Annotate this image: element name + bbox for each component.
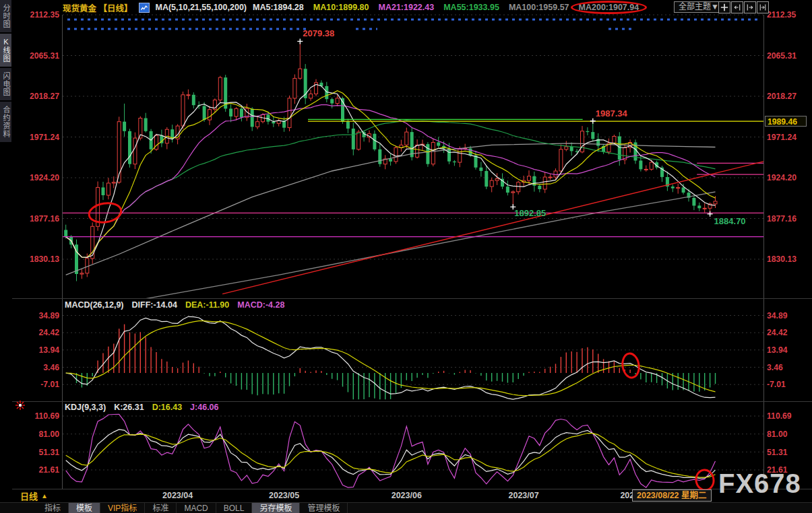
svg-text:110.69: 110.69 <box>34 411 59 421</box>
svg-text:21.61: 21.61 <box>39 465 60 475</box>
svg-text:24.42: 24.42 <box>39 328 60 337</box>
svg-text:3.46: 3.46 <box>43 363 59 372</box>
period-label: 日线 <box>20 489 38 502</box>
tab-指标[interactable]: 指标 <box>37 503 69 513</box>
symbol-title: 现货黄金 【日线】 <box>63 1 133 14</box>
svg-text:1987.34: 1987.34 <box>596 108 628 118</box>
svg-text:34.89: 34.89 <box>39 311 60 320</box>
app-window: 2112.352112.352065.312065.312018.272018.… <box>0 0 812 513</box>
chart-canvas[interactable]: 2112.352112.352065.312065.312018.272018.… <box>0 0 812 513</box>
kdj-j-value: J:46.06 <box>190 403 218 412</box>
chart-header: 现货黄金 【日线】 MA(5,10,21,55,100,200) MA5:189… <box>63 0 639 15</box>
kdj-header: KDJ(9,3,3) K:26.31 D:16.43 J:46.06 <box>65 403 219 412</box>
sidebar-item-2[interactable]: 闪电图 <box>0 68 11 100</box>
svg-text:2023/05: 2023/05 <box>269 491 299 500</box>
svg-text:2112.35: 2112.35 <box>767 10 797 20</box>
svg-text:24.42: 24.42 <box>767 328 788 337</box>
tab-标准[interactable]: 标准 <box>145 503 177 513</box>
svg-text:81.00: 81.00 <box>767 430 788 439</box>
tab-BOLL[interactable]: BOLL <box>216 503 253 513</box>
svg-text:2023/04: 2023/04 <box>162 491 193 500</box>
kdj-d-value: D:16.43 <box>152 403 182 412</box>
svg-text:51.31: 51.31 <box>39 448 60 457</box>
symbol-name: 现货黄金 <box>63 4 96 13</box>
svg-text:1830.13: 1830.13 <box>30 254 59 264</box>
period-up-icon: ▲ <box>41 492 48 500</box>
sidebar-item-0[interactable]: 分时图 <box>0 0 11 32</box>
shift-left-icon[interactable] <box>731 1 743 13</box>
period-tag: 【日线】 <box>99 4 133 13</box>
macd-macd-value: MACD:-4.28 <box>237 300 284 310</box>
macd-header: MACD(26,12,9) DIFF:-14.04 DEA:-11.90 MAC… <box>65 300 284 310</box>
svg-text:1830.13: 1830.13 <box>767 254 797 264</box>
svg-text:2023/07: 2023/07 <box>509 491 539 500</box>
tab-另存模板[interactable]: 另存模板 <box>252 503 300 513</box>
tab-模板[interactable]: 模板 <box>69 503 100 513</box>
ma-value-5: MA200:1907.94 <box>579 3 639 12</box>
svg-text:34.89: 34.89 <box>767 311 788 320</box>
svg-text:3.46: 3.46 <box>767 363 783 372</box>
jump-latest-icon[interactable] <box>757 1 769 13</box>
svg-text:2018.27: 2018.27 <box>30 92 59 101</box>
kdj-k-value: K:26.31 <box>114 403 144 412</box>
kline-indicator-icon[interactable] <box>139 3 150 13</box>
tab-管理模板[interactable]: 管理模板 <box>300 503 348 513</box>
svg-text:2065.31: 2065.31 <box>767 51 797 61</box>
svg-text:1971.24: 1971.24 <box>30 133 59 142</box>
current-date-box: 2023/08/22 星期二 <box>632 489 712 502</box>
svg-text:1924.20: 1924.20 <box>767 173 797 182</box>
svg-text:1892.85: 1892.85 <box>514 208 546 218</box>
theme-dropdown-button[interactable]: 全部主题▼ <box>674 1 724 13</box>
period-selector[interactable]: 日线 ▲ <box>20 489 48 502</box>
svg-text:2018.27: 2018.27 <box>767 92 797 101</box>
sun-marker-icon <box>15 400 26 411</box>
sidebar-item-3[interactable]: 合约资料 <box>0 102 11 142</box>
svg-text:2065.31: 2065.31 <box>30 51 59 61</box>
sidebar-item-1[interactable]: K线图 <box>0 34 11 67</box>
ma-value-2: MA21:1922.43 <box>378 3 434 12</box>
fx678-watermark: FX678 <box>718 470 801 497</box>
svg-text:1877.16: 1877.16 <box>767 214 797 224</box>
macd-dea-value: DEA:-11.90 <box>185 300 229 310</box>
svg-text:-7.01: -7.01 <box>40 380 59 389</box>
svg-text:13.94: 13.94 <box>767 345 788 355</box>
ma-group-label: MA(5,10,21,55,100,200) <box>156 3 247 12</box>
svg-text:2079.38: 2079.38 <box>303 28 334 38</box>
sidebar: 分时图K线图闪电图合约资料 <box>0 0 11 142</box>
svg-text:51.31: 51.31 <box>767 448 788 457</box>
svg-text:110.69: 110.69 <box>767 411 792 421</box>
ma-values: MA5:1894.28MA10:1899.80MA21:1922.43MA55:… <box>253 3 639 12</box>
svg-text:1989.46: 1989.46 <box>768 117 797 127</box>
svg-text:1971.24: 1971.24 <box>767 133 797 142</box>
svg-text:2023/06: 2023/06 <box>392 491 422 500</box>
ma-value-3: MA55:1933.95 <box>443 3 499 12</box>
svg-text:1877.16: 1877.16 <box>30 214 59 224</box>
svg-text:1884.70: 1884.70 <box>714 216 746 226</box>
crosshair-icon[interactable] <box>718 1 730 13</box>
bottom-tabbar: 指标模板VIP指标标准MACDBOLL另存模板管理模板 <box>0 502 812 513</box>
svg-text:81.00: 81.00 <box>39 430 60 439</box>
ma-value-4: MA100:1959.57 <box>509 3 569 12</box>
ma-value-0: MA5:1894.28 <box>253 3 304 12</box>
tab-VIP指标[interactable]: VIP指标 <box>100 503 145 513</box>
tab-MACD[interactable]: MACD <box>177 503 216 513</box>
macd-title: MACD(26,12,9) <box>65 300 124 310</box>
shift-right-icon[interactable] <box>744 1 756 13</box>
macd-diff-value: DIFF:-14.04 <box>132 300 177 310</box>
ma-value-1: MA10:1899.80 <box>313 3 369 12</box>
svg-text:-7.01: -7.01 <box>767 380 786 389</box>
svg-text:1924.20: 1924.20 <box>30 173 59 182</box>
svg-text:2112.35: 2112.35 <box>30 10 60 20</box>
kdj-title: KDJ(9,3,3) <box>65 403 106 412</box>
svg-text:13.94: 13.94 <box>39 345 60 355</box>
